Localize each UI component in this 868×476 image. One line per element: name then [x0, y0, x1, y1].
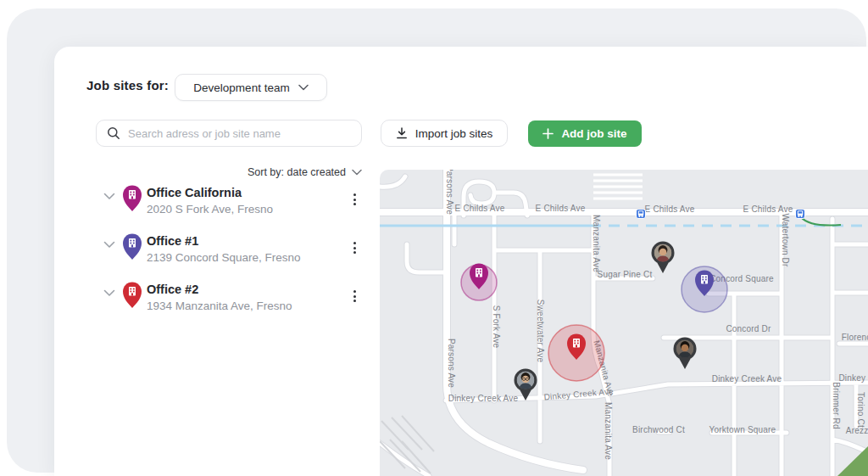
street-label: Birchwood Ct [632, 425, 685, 434]
job-site-address: 2139 Concord Square, Fresno [147, 251, 301, 264]
add-job-site-button[interactable]: Add job site [528, 120, 642, 147]
map-canvas[interactable]: Parsons AveE Childs AveE Childs AveE Chi… [380, 170, 868, 476]
map-markers [461, 210, 805, 401]
map-svg: Parsons AveE Childs AveE Childs AveE Chi… [380, 170, 868, 476]
street-label: Manzanita Ave [604, 402, 613, 460]
chevron-down-icon [352, 169, 362, 176]
street-label: Parsons Ave [445, 170, 454, 215]
job-site-name: Office #2 [147, 283, 198, 296]
street-label: Dinkey Cree [838, 373, 868, 383]
street-label: Dinkey Creek Ave [448, 394, 519, 403]
add-button-label: Add job site [561, 127, 626, 140]
job-site-row[interactable]: Office #1 2139 Concord Square, Fresno [54, 232, 380, 272]
job-site-pin-icon [121, 184, 143, 216]
job-site-address: 1934 Manzanita Ave, Fresno [147, 300, 292, 312]
job-site-name: Office #1 [147, 234, 198, 248]
search-icon [107, 126, 120, 140]
sort-by-control[interactable]: Sort by: date created [248, 166, 362, 178]
chevron-down-icon [298, 84, 309, 91]
job-sites-card: Job sites for: Development team Import j… [54, 47, 868, 476]
street-label: E Childs Ave [743, 204, 793, 214]
team-selector-value: Development team [193, 81, 289, 94]
street-label: Arezzo [846, 426, 868, 435]
search-input[interactable] [128, 127, 351, 140]
page-title: Job sites for: [86, 78, 169, 92]
team-selector-dropdown[interactable]: Development team [175, 74, 327, 101]
street-label: Watertown Dr [781, 213, 790, 267]
job-site-address: 2020 S Fork Ave, Fresno [147, 203, 273, 216]
street-label: Torino Ct [856, 392, 865, 428]
worker-avatar-pin[interactable] [652, 242, 675, 274]
street-label: S Fork Ave [492, 305, 501, 349]
street-label: Concord Dr [726, 324, 771, 333]
street-label: Sweetwater Ave [536, 300, 545, 363]
street-label: Sugar Pine Ct [598, 270, 653, 279]
worker-avatar-pin[interactable] [674, 338, 697, 370]
job-site-pin-icon [121, 232, 143, 264]
job-site-row[interactable]: Office #2 1934 Manzanita Ave, Fresno [54, 281, 380, 320]
expand-chevron-icon[interactable] [103, 289, 115, 297]
sort-by-label: Sort by: date created [248, 166, 346, 178]
download-icon [396, 127, 408, 139]
street-label: E Childs Ave [455, 204, 505, 213]
street-label: Yorktown Square [709, 425, 776, 434]
job-site-name: Office California [147, 186, 242, 199]
transit-stop-icon [796, 210, 805, 219]
search-field[interactable] [96, 120, 362, 147]
row-menu-button[interactable] [348, 190, 361, 209]
job-site-pin-icon [121, 281, 143, 312]
expand-chevron-icon[interactable] [103, 193, 115, 200]
street-label: Parsons Ave [447, 339, 456, 388]
street-label: E Childs Ave [645, 204, 695, 214]
map-parking-rows [593, 175, 643, 199]
street-label: Brimmer Rd [832, 382, 841, 428]
street-label: Manzanita Ave [592, 215, 601, 272]
row-menu-button[interactable] [348, 238, 361, 257]
street-label: Florence [842, 333, 868, 342]
plus-icon [542, 128, 554, 139]
app-window: Job sites for: Development team Import j… [0, 0, 868, 476]
import-job-sites-button[interactable]: Import job sites [381, 120, 508, 147]
street-label: Dinkey Creek Ave [712, 374, 782, 384]
transit-stop-icon [637, 210, 646, 219]
street-label: E Childs Ave [536, 204, 586, 213]
row-menu-button[interactable] [348, 287, 361, 305]
expand-chevron-icon[interactable] [103, 241, 115, 249]
job-site-row[interactable]: Office California 2020 S Fork Ave, Fresn… [54, 184, 380, 223]
map-streets [380, 170, 868, 476]
import-button-label: Import job sites [415, 127, 493, 140]
